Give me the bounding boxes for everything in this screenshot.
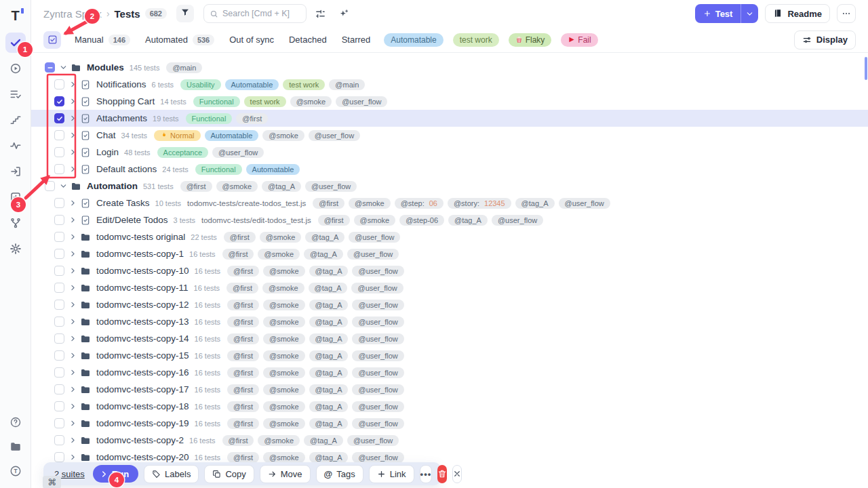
suite-title[interactable]: todomvc-tests-copy-14 [96, 333, 189, 344]
chevron-right-icon[interactable] [67, 453, 78, 461]
chevron-right-icon[interactable] [67, 148, 78, 156]
chevron-right-icon[interactable] [67, 284, 78, 291]
tag-pill[interactable]: test work [244, 96, 286, 107]
tag-pill[interactable]: @user_flow [352, 333, 403, 344]
tag-pill[interactable]: @smoke [262, 283, 304, 293]
chevron-right-icon[interactable] [67, 98, 78, 105]
tag-pill[interactable]: @tag_A [309, 367, 349, 378]
suite-checkbox[interactable] [54, 96, 64, 106]
tag-pill[interactable]: Acceptance [157, 147, 208, 158]
tag-pill[interactable]: @tag_A [309, 350, 349, 361]
tag-pill[interactable]: @smoke [216, 181, 258, 192]
tag-pill[interactable]: @first [227, 452, 259, 463]
tree-row[interactable]: todomvc-tests-copy-1116 tests@first@smok… [31, 279, 868, 296]
suite-title[interactable]: Edit/Delete Todos [96, 215, 168, 225]
filter-item-automated[interactable]: Automated536 [145, 35, 214, 45]
tag-pill[interactable]: @first [227, 384, 259, 395]
suite-title[interactable]: todomvc-tests-copy-13 [96, 317, 189, 327]
filter-tag-test-work[interactable]: test work [453, 33, 499, 47]
suite-checkbox[interactable] [54, 300, 64, 310]
chevron-right-icon[interactable] [67, 216, 78, 224]
tree-row[interactable]: Shopping Cart14 testsFunctionaltest work… [31, 93, 868, 110]
suite-title[interactable]: todomvc-tests-copy-1 [96, 249, 184, 259]
filter-item-manual[interactable]: Manual146 [75, 35, 130, 45]
tree-row[interactable]: todomvc-tests-copy-1916 tests@first@smok… [31, 415, 868, 432]
tag-pill[interactable]: Functional [193, 96, 240, 107]
chevron-right-icon[interactable] [67, 403, 78, 410]
suite-title[interactable]: todomvc-tests-copy-20 [96, 452, 189, 462]
tag-pill[interactable]: @main [166, 62, 202, 73]
tag-pill[interactable]: @smoke [263, 333, 305, 344]
filter-tag-automatable[interactable]: Automatable [384, 33, 443, 47]
tags-button[interactable]: @Tags [316, 465, 363, 483]
suite-checkbox[interactable] [45, 62, 55, 73]
tree-row[interactable]: todomvc-tests-copy-1016 tests@first@smok… [31, 262, 868, 279]
chevron-right-icon[interactable] [67, 369, 78, 376]
tag-pill[interactable]: @first [224, 232, 256, 243]
tag-pill[interactable]: @user_flow [352, 401, 403, 412]
tag-pill[interactable]: @first [227, 367, 259, 378]
suite-checkbox[interactable] [45, 181, 55, 191]
tag-pill[interactable]: @tag_A [309, 452, 349, 463]
tag-pill[interactable]: test work [283, 79, 325, 90]
link-button[interactable]: Link [369, 465, 414, 483]
tag-pill[interactable]: @user_flow [352, 418, 403, 429]
suite-title[interactable]: Notifications [96, 79, 146, 89]
tree-row[interactable]: todomvc-tests-copy-1616 tests@first@smok… [31, 364, 868, 381]
tag-pill[interactable]: @tag_A [309, 401, 349, 412]
tag-pill[interactable]: @first [222, 435, 254, 446]
suite-checkbox[interactable] [54, 333, 64, 344]
suite-checkbox[interactable] [54, 232, 64, 242]
tag-pill[interactable]: @user_flow [309, 130, 360, 141]
tag-pill[interactable]: @story:12345 [448, 198, 511, 209]
close-selection-button[interactable] [452, 465, 462, 483]
more-actions-button[interactable]: ••• [420, 465, 433, 483]
tag-pill[interactable]: @user_flow [349, 232, 400, 243]
tag-pill[interactable]: @user_flow [351, 283, 403, 293]
display-button[interactable]: Display [794, 30, 856, 49]
tree-row[interactable]: todomvc-tests-copy-1716 tests@first@smok… [31, 381, 868, 398]
tag-pill[interactable]: @smoke [258, 249, 300, 260]
sidebar-item-steps[interactable] [5, 110, 26, 130]
suite-title[interactable]: Login [96, 147, 119, 157]
tag-pill[interactable]: @smoke [354, 215, 396, 226]
move-button[interactable]: Move [260, 465, 311, 483]
tag-pill[interactable]: Functional [195, 164, 242, 175]
tag-pill[interactable]: @smoke [263, 300, 305, 310]
suite-title[interactable]: todomvc-tests-copy-18 [96, 401, 189, 411]
tag-pill[interactable]: @tag_A [515, 198, 555, 209]
tag-pill[interactable]: @first [227, 333, 259, 344]
tag-pill[interactable]: @tag_A [309, 384, 349, 395]
sidebar-item-profile[interactable]: T [5, 461, 26, 481]
tag-pill[interactable]: @user_flow [347, 249, 399, 260]
tree-row[interactable]: Modules145 tests@main [31, 59, 868, 76]
tag-pill[interactable]: @tag_A [262, 181, 301, 192]
suite-title[interactable]: todomvc-tests-copy-10 [96, 266, 189, 276]
filter-item-starred[interactable]: Starred [342, 35, 371, 45]
chevron-right-icon[interactable] [67, 250, 78, 258]
tag-pill[interactable]: @tag_A [304, 249, 343, 260]
tag-pill[interactable]: @tag_A [309, 317, 349, 327]
suite-checkbox[interactable] [54, 164, 64, 174]
tag-pill[interactable]: @main [329, 79, 365, 90]
chevron-right-icon[interactable] [67, 199, 78, 207]
tag-pill[interactable]: @first [227, 350, 259, 361]
tree-row[interactable]: todomvc-tests-copy-1316 tests@first@smok… [31, 313, 868, 330]
suite-checkbox[interactable] [54, 249, 64, 259]
tree-row[interactable]: Automation531 tests@first@smoke@tag_A@us… [31, 178, 868, 195]
view-settings-button[interactable] [312, 5, 330, 22]
sidebar-item-analytics[interactable] [5, 136, 26, 156]
chevron-down-icon[interactable] [58, 182, 68, 190]
suite-title[interactable]: todomvc-tests-copy-15 [96, 350, 189, 361]
suite-checkbox[interactable] [54, 266, 64, 276]
sidebar-item-reports[interactable] [5, 187, 26, 207]
tag-pill[interactable]: @tag_A [309, 418, 349, 429]
app-logo[interactable]: T [5, 5, 26, 26]
suite-checkbox[interactable] [54, 147, 64, 157]
suite-title[interactable]: Default actions [96, 164, 157, 174]
suite-checkbox[interactable] [54, 367, 64, 378]
suite-title[interactable]: todomvc-tests-copy-16 [96, 367, 189, 378]
tag-pill[interactable]: @tag_A [304, 435, 343, 446]
chevron-right-icon[interactable] [67, 115, 78, 122]
suite-checkbox[interactable] [54, 401, 64, 411]
